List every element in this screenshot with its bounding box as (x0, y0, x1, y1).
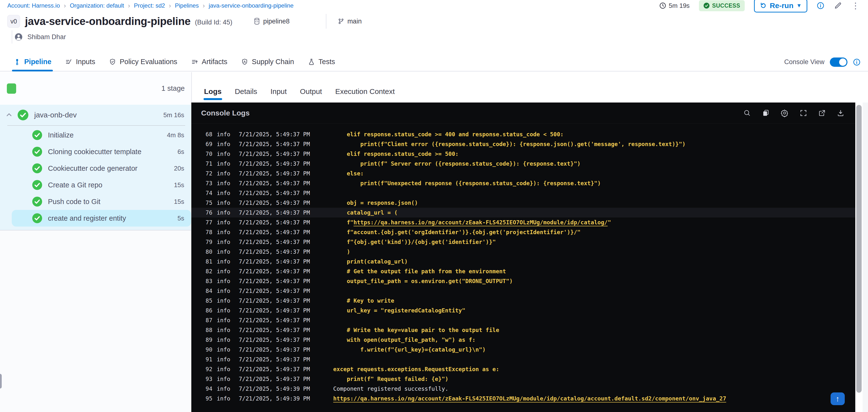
log-line-number: 94 (191, 386, 212, 392)
pipeline-title-row: v0 java-service-onboarding-pipeline (Bui… (7, 14, 362, 29)
tab-label: Artifacts (202, 58, 227, 66)
log-level: info (217, 376, 232, 382)
step-label: Cloning cookiecutter template (48, 148, 142, 156)
check-circle-icon (32, 163, 42, 174)
drawer-handle[interactable] (0, 374, 2, 388)
log-line-number: 87 (191, 317, 212, 323)
breadcrumb-account[interactable]: Account: Harness.io (7, 2, 60, 9)
tab-details[interactable]: Details (235, 87, 257, 102)
user-name: Shibam Dhar (27, 33, 66, 41)
toggle-knob (839, 59, 846, 66)
branch-name: main (338, 18, 362, 25)
log-line-number: 78 (191, 229, 212, 235)
log-text: f"account.{obj.get('orgIdentifier')}.{ob… (333, 229, 581, 235)
log-line: 95 info 7/21/2025, 5:49:39 PM https://qa… (191, 394, 855, 404)
stage-row[interactable]: java-onb-dev 5m 16s (0, 105, 191, 125)
primary-tabs: Pipeline Inputs Policy Evaluations Artif… (0, 53, 868, 71)
scrollbar-thumb[interactable] (856, 105, 862, 393)
tab-execution-context[interactable]: Execution Context (335, 87, 395, 102)
info-icon[interactable] (817, 2, 825, 9)
check-circle-icon (32, 196, 42, 207)
edit-pencil-icon[interactable] (834, 1, 842, 10)
scroll-to-top-button[interactable]: ↑ (831, 392, 845, 405)
open-in-new-icon[interactable] (818, 109, 826, 117)
breadcrumb-pipelines[interactable]: Pipelines (175, 2, 199, 9)
log-timestamp: 7/21/2025, 5:49:37 PM (239, 327, 312, 333)
log-level: info (217, 239, 232, 245)
log-line: 76 info 7/21/2025, 5:49:37 PM catalog_ur… (191, 208, 855, 218)
step-row[interactable]: Cookiecutter code generator 20s (0, 160, 191, 177)
tab-inputs[interactable]: Inputs (65, 53, 95, 71)
log-text: # Write the key=value pair to the output… (333, 327, 499, 333)
download-icon[interactable] (837, 109, 844, 117)
stage-status-icon (7, 84, 16, 94)
tab-artifacts[interactable]: Artifacts (191, 53, 227, 71)
more-options-icon[interactable]: ⋮ (851, 1, 860, 10)
log-message: except requests.exceptions.RequestExcept… (333, 366, 499, 372)
step-label: Push code to Git (48, 198, 100, 206)
log-timestamp: 7/21/2025, 5:49:37 PM (239, 366, 312, 372)
tab-pipeline[interactable]: Pipeline (13, 53, 51, 71)
log-timestamp: 7/21/2025, 5:49:37 PM (239, 210, 312, 216)
log-line-number: 74 (191, 190, 212, 196)
breadcrumb-project[interactable]: Project: sd2 (134, 2, 165, 9)
step-row[interactable]: Create a Git repo 15s (0, 177, 191, 193)
log-message: f"account.{obj.get('orgIdentifier')}.{ob… (333, 229, 581, 235)
gear-icon[interactable] (780, 109, 789, 117)
log-text: ) (333, 249, 350, 255)
log-message: print(f"Unexpected response ({response.s… (333, 180, 601, 186)
log-line-number: 91 (191, 356, 212, 362)
log-text: f" (333, 219, 353, 226)
breadcrumb-current-pipeline[interactable]: java-service-onboarding-pipeline (209, 2, 293, 9)
log-line-number: 76 (191, 210, 212, 216)
log-message: Component registered successfully. (333, 386, 448, 392)
info-icon[interactable] (853, 58, 861, 66)
log-level: info (217, 219, 232, 226)
log-line: 91 info 7/21/2025, 5:49:37 PM (191, 354, 855, 364)
step-row[interactable]: Push code to Git 15s (0, 193, 191, 210)
copy-icon[interactable] (762, 109, 770, 117)
log-line: 77 info 7/21/2025, 5:49:37 PM f"https://… (191, 218, 855, 227)
log-line: 82 info 7/21/2025, 5:49:37 PM # Get the … (191, 266, 855, 276)
log-text: # Key to write (333, 297, 394, 304)
log-timestamp: 7/21/2025, 5:49:37 PM (239, 141, 312, 147)
tab-input[interactable]: Input (270, 87, 287, 102)
tab-logs[interactable]: Logs (204, 87, 222, 102)
log-message: print(f"Client error ({response.status_c… (333, 141, 685, 147)
console-title: Console Logs (201, 109, 250, 117)
tab-supply-chain[interactable]: Supply Chain (241, 53, 294, 71)
breadcrumb-organization[interactable]: Organization: default (70, 2, 124, 9)
log-line-number: 90 (191, 346, 212, 353)
chevron-down-icon: ▼ (796, 2, 802, 9)
step-row[interactable]: Initialize 4m 8s (0, 127, 191, 144)
log-link[interactable]: https://qa.harness.io/ng/account/zEaak-F… (333, 395, 726, 402)
search-icon[interactable] (743, 109, 751, 117)
log-line-number: 68 (191, 131, 212, 137)
console-view-toggle[interactable] (830, 58, 847, 67)
rerun-button[interactable]: Re-run ▼ (754, 0, 807, 12)
console-toolbar (743, 102, 844, 124)
fullscreen-icon[interactable] (800, 109, 807, 117)
log-message: catalog_url = ( (333, 210, 398, 216)
tab-output[interactable]: Output (300, 87, 322, 102)
console-scrollbar[interactable] (855, 102, 863, 412)
step-row[interactable]: Cloning cookiecutter template 6s (0, 144, 191, 160)
step-row[interactable]: create and register entity 5s (12, 210, 191, 227)
log-level: info (217, 356, 232, 362)
log-level: info (217, 386, 232, 392)
execution-controls: 5m 19s SUCCESS Re-run ▼ ⋮ (659, 0, 860, 13)
tab-policy-evaluations[interactable]: Policy Evaluations (109, 53, 177, 71)
log-line-number: 82 (191, 268, 212, 275)
tab-tests[interactable]: Tests (308, 53, 335, 71)
tab-label: Inputs (76, 58, 95, 66)
success-check-icon (703, 2, 710, 9)
log-line: 83 info 7/21/2025, 5:49:37 PM output_fil… (191, 276, 855, 286)
chevron-up-icon[interactable] (5, 111, 13, 119)
log-timestamp: 7/21/2025, 5:49:37 PM (239, 297, 312, 304)
log-level: info (217, 346, 232, 353)
log-link[interactable]: https://qa.harness.io/ng/account/zEaak-F… (353, 219, 608, 226)
step-label: Cookiecutter code generator (48, 164, 137, 172)
shield-check-icon (109, 58, 116, 66)
log-timestamp: 7/21/2025, 5:49:37 PM (239, 229, 312, 235)
log-line: 68 info 7/21/2025, 5:49:37 PM elif respo… (191, 129, 855, 139)
